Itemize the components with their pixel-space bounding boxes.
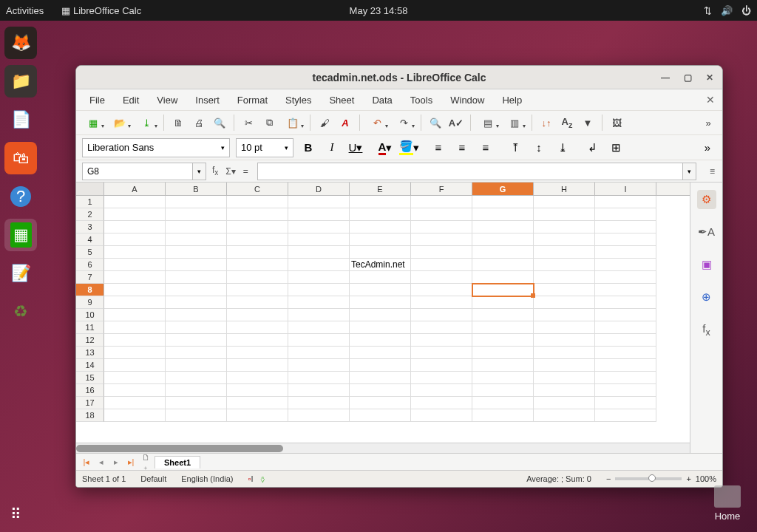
dock-help[interactable]: ? (4, 180, 37, 213)
sort-desc-button[interactable]: Az (559, 115, 575, 131)
cell-E8[interactable] (350, 284, 411, 296)
cell-I16[interactable] (595, 384, 656, 397)
cell-I12[interactable] (595, 334, 656, 347)
cell-B12[interactable] (166, 334, 227, 347)
cell-E17[interactable] (350, 397, 411, 409)
column-header-H[interactable]: H (534, 183, 595, 195)
cell-D6[interactable] (288, 259, 350, 271)
power-icon[interactable]: ⏻ (741, 5, 751, 16)
cell-I13[interactable] (595, 347, 656, 359)
highlight-button[interactable]: 🪣▾ (400, 139, 418, 157)
dock-calc[interactable]: ▦ (4, 219, 37, 251)
cell-I6[interactable] (595, 259, 656, 271)
cell-G9[interactable] (472, 296, 534, 309)
cell-B10[interactable] (166, 309, 227, 321)
row-header-2[interactable]: 2 (76, 208, 104, 221)
status-summary[interactable]: Average: ; Sum: 0 (526, 474, 591, 483)
cell-F9[interactable] (411, 296, 472, 309)
cell-H15[interactable] (534, 372, 595, 384)
tab-first-button[interactable]: |◂ (81, 457, 92, 467)
formula-button[interactable]: = (242, 166, 250, 177)
cell-C12[interactable] (227, 334, 288, 347)
formula-expand[interactable]: ▾ (683, 163, 696, 180)
underline-button[interactable]: U▾ (347, 139, 364, 157)
dock-writer[interactable]: 📄 (4, 103, 37, 136)
valign-bottom-button[interactable]: ⤓ (554, 139, 571, 157)
cell-G18[interactable] (472, 409, 534, 422)
cell-H8[interactable] (534, 284, 595, 296)
cell-H16[interactable] (534, 384, 595, 397)
cell-H17[interactable] (534, 397, 595, 409)
paste-button[interactable]: 📋 (282, 115, 304, 131)
bold-button[interactable]: B (299, 139, 317, 157)
sidebar-properties[interactable]: ⚙ (697, 190, 716, 209)
cell-C11[interactable] (227, 321, 288, 334)
font-name-combo[interactable]: Liberation Sans▾ (82, 138, 230, 157)
cell-I18[interactable] (595, 409, 656, 422)
clone-formatting-button[interactable]: 🖌 (316, 115, 333, 131)
cell-E9[interactable] (350, 296, 411, 309)
cell-A17[interactable] (104, 397, 166, 409)
menu-data[interactable]: Data (364, 93, 399, 107)
font-size-combo[interactable]: 10 pt▾ (236, 138, 293, 157)
cell-G11[interactable] (472, 321, 534, 334)
undo-button[interactable]: ↶ (366, 115, 388, 131)
cell-G3[interactable] (472, 221, 534, 233)
cell-C2[interactable] (227, 208, 288, 221)
cell-I7[interactable] (595, 271, 656, 284)
app-indicator[interactable]: ▦ LibreOffice Calc (61, 5, 141, 16)
formula-input[interactable] (257, 163, 683, 180)
cell-D15[interactable] (288, 372, 350, 384)
cell-B1[interactable] (166, 196, 227, 208)
column-header-B[interactable]: B (166, 183, 227, 195)
cell-B5[interactable] (166, 246, 227, 259)
cell-F10[interactable] (411, 309, 472, 321)
cell-A18[interactable] (104, 409, 166, 422)
cell-D12[interactable] (288, 334, 350, 347)
column-header-F[interactable]: F (411, 183, 472, 195)
cell-F6[interactable] (411, 259, 472, 271)
cell-H12[interactable] (534, 334, 595, 347)
toolbar-overflow-button[interactable]: » (700, 115, 716, 131)
cell-B8[interactable] (166, 284, 227, 296)
valign-middle-button[interactable]: ↕ (530, 139, 548, 157)
sort-asc-button[interactable]: ↓↑ (538, 115, 554, 131)
cell-C5[interactable] (227, 246, 288, 259)
menu-tools[interactable]: Tools (403, 93, 440, 107)
cell-G8[interactable] (472, 284, 534, 296)
menu-window[interactable]: Window (443, 93, 492, 107)
cell-D14[interactable] (288, 359, 350, 372)
cell-I9[interactable] (595, 296, 656, 309)
cell-I10[interactable] (595, 309, 656, 321)
cell-E14[interactable] (350, 359, 411, 372)
valign-top-button[interactable]: ⤒ (506, 139, 524, 157)
font-color-button[interactable]: A▾ (376, 139, 394, 157)
wrap-text-button[interactable]: ↲ (583, 139, 601, 157)
open-button[interactable]: 📂 (109, 115, 131, 131)
redo-button[interactable]: ↷ (393, 115, 415, 131)
cell-A16[interactable] (104, 384, 166, 397)
cell-D18[interactable] (288, 409, 350, 422)
cell-G2[interactable] (472, 208, 534, 221)
cell-D2[interactable] (288, 208, 350, 221)
cell-G12[interactable] (472, 334, 534, 347)
cell-E12[interactable] (350, 334, 411, 347)
column-header-D[interactable]: D (288, 183, 350, 195)
column-header-A[interactable]: A (104, 183, 166, 195)
cell-E7[interactable] (350, 271, 411, 284)
cell-I17[interactable] (595, 397, 656, 409)
cell-I4[interactable] (595, 233, 656, 246)
cell-B13[interactable] (166, 347, 227, 359)
cell-B3[interactable] (166, 221, 227, 233)
align-center-button[interactable]: ≡ (453, 139, 471, 157)
sidebar-toggle[interactable]: ≡ (708, 166, 716, 177)
cell-A13[interactable] (104, 347, 166, 359)
cell-A2[interactable] (104, 208, 166, 221)
cell-G1[interactable] (472, 196, 534, 208)
network-icon[interactable]: ⇅ (704, 5, 712, 16)
cell-A6[interactable] (104, 259, 166, 271)
cell-F1[interactable] (411, 196, 472, 208)
volume-icon[interactable]: 🔊 (721, 5, 733, 16)
cell-E13[interactable] (350, 347, 411, 359)
cell-A4[interactable] (104, 233, 166, 246)
